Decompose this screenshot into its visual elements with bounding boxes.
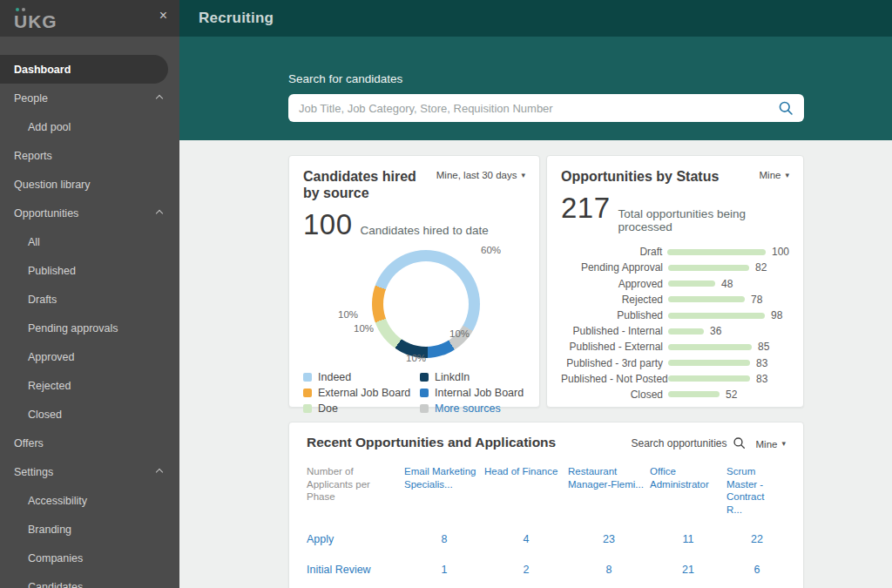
status-bar-chart: Draft100Pending Approval82Approved48Reje… (561, 244, 789, 402)
applicant-count-cell[interactable]: 8 (484, 585, 568, 588)
sidebar-item-candidates[interactable]: Candidates (0, 572, 179, 588)
sidebar-item-label: Accessibility (28, 495, 87, 507)
phase-row-label-assessment[interactable]: Assessment (307, 585, 404, 588)
legend-item-indeed: Indeed (303, 371, 420, 383)
sidebar-item-label: Pending approvals (28, 322, 118, 335)
bar-category-label: Rejected (561, 294, 663, 306)
sidebar-item-drafts[interactable]: Drafts (0, 285, 179, 314)
legend-item-external-job-board: External Job Board (303, 387, 420, 399)
sidebar-item-offers[interactable]: Offers (0, 429, 179, 457)
status-filter-dropdown[interactable]: Mine ▾ (760, 170, 789, 180)
donut-label-external-job-board: 10% (338, 309, 358, 320)
sidebar-item-people[interactable]: People (0, 84, 179, 112)
bar (668, 265, 749, 271)
chevron-down-icon: ▾ (781, 440, 786, 448)
candidates-hired-card: Candidates hired by source Mine, last 30… (288, 155, 540, 408)
bar-category-label: Draft (561, 246, 662, 258)
applicant-count-cell[interactable]: 6 (726, 554, 787, 585)
chevron-up-icon (156, 95, 163, 102)
legend-label: Internal Job Board (435, 387, 524, 399)
legend-item-internal-job-board: Internal Job Board (420, 387, 525, 399)
sidebar-item-label: Rejected (28, 380, 71, 392)
sidebar-item-branding[interactable]: Branding (0, 515, 179, 544)
status-total-value: 217 (561, 192, 611, 225)
bar-value: 83 (756, 357, 767, 369)
column-header-opportunity[interactable]: Head of Finance (484, 465, 568, 524)
legend-label: Doe (318, 402, 338, 415)
applicant-count-cell[interactable]: 8 (404, 524, 484, 554)
bar-category-label: Approved (561, 278, 663, 290)
sidebar-item-rejected[interactable]: Rejected (0, 371, 179, 400)
legend-item-more-sources[interactable]: More sources (420, 402, 525, 415)
sidebar-item-reports[interactable]: Reports (0, 141, 179, 170)
status-bar-row-published: Published98 (561, 308, 789, 323)
sidebar-item-dashboard[interactable]: Dashboard (0, 55, 168, 84)
sidebar-item-all[interactable]: All (0, 227, 179, 256)
column-header-opportunity[interactable]: Office Administrator (650, 465, 726, 524)
candidate-search-box[interactable] (288, 94, 804, 122)
donut-label-indeed: 60% (481, 245, 501, 255)
recent-filter-dropdown[interactable]: Mine ▾ (756, 439, 786, 449)
bar-value: 85 (758, 341, 769, 353)
legend-label: LinkdIn (435, 371, 470, 383)
applicant-count-cell[interactable]: 1 (404, 554, 484, 585)
bar-category-label: Published (561, 309, 663, 321)
applicant-count-cell[interactable]: 54 (568, 585, 650, 588)
chevron-up-icon (156, 210, 163, 217)
bar (668, 360, 750, 366)
applicant-count-cell[interactable]: 4 (484, 524, 568, 554)
page-title: Recruiting (199, 10, 274, 27)
sidebar: UKG × DashboardPeopleAdd poolReportsQues… (0, 0, 179, 588)
sidebar-item-approved[interactable]: Approved (0, 342, 179, 371)
column-header-opportunity[interactable]: Restaurant Manager-Flemi... (568, 465, 650, 524)
sidebar-item-companies[interactable]: Companies (0, 544, 179, 572)
sidebar-item-settings[interactable]: Settings (0, 457, 179, 486)
status-bar-row-published-3rd-party: Published - 3rd party83 (561, 355, 789, 371)
status-bar-row-published-external: Published - External85 (561, 339, 789, 355)
chevron-down-icon: ▾ (785, 172, 789, 179)
bar-category-label: Published - Internal (561, 325, 663, 337)
hired-filter-dropdown[interactable]: Mine, last 30 days ▾ (436, 170, 525, 180)
sidebar-item-accessibility[interactable]: Accessibility (0, 486, 179, 515)
status-bar-row-published-internal: Published - Internal36 (561, 323, 789, 339)
phase-row-label-initial-review[interactable]: Initial Review (307, 554, 404, 585)
sidebar-item-pending-approvals[interactable]: Pending approvals (0, 314, 179, 342)
applicant-count-cell[interactable]: 8 (650, 585, 726, 588)
search-opportunities-button[interactable]: Search opportunities (631, 436, 745, 449)
applicant-count-cell[interactable]: 8 (568, 554, 650, 585)
search-label: Search for candidates (288, 37, 804, 85)
column-header-opportunity[interactable]: Scrum Master - Contract R... (726, 465, 787, 524)
donut-chart (372, 250, 480, 358)
bar-category-label: Closed (561, 389, 663, 401)
sidebar-item-question-library[interactable]: Question library (0, 170, 179, 199)
sidebar-item-published[interactable]: Published (0, 256, 179, 285)
legend-item-doe: Doe (303, 402, 420, 415)
close-icon[interactable]: × (159, 9, 167, 23)
sidebar-item-label: Closed (28, 409, 62, 421)
applicant-count-cell[interactable]: 22 (726, 524, 787, 554)
legend-label: Indeed (318, 371, 351, 383)
applicant-count-cell[interactable]: 2 (484, 554, 568, 585)
search-icon[interactable] (778, 100, 794, 116)
bar-value: 83 (756, 373, 767, 385)
phase-row-label-apply[interactable]: Apply (307, 524, 404, 554)
applicant-count-cell[interactable]: 11 (650, 524, 726, 554)
applicant-count-cell[interactable]: 8 (404, 585, 484, 588)
status-bar-row-pending-approval: Pending Approval82 (561, 260, 789, 275)
column-header-opportunity[interactable]: Email Marketing Specialis... (404, 465, 484, 524)
sidebar-item-closed[interactable]: Closed (0, 400, 179, 429)
bar (668, 391, 720, 397)
bar-category-label: Published - External (561, 341, 663, 353)
applicant-count-cell[interactable]: 3 (726, 585, 787, 588)
sidebar-nav: DashboardPeopleAdd poolReportsQuestion l… (0, 37, 179, 588)
app-topbar: Recruiting (179, 0, 892, 37)
applicant-count-cell[interactable]: 21 (650, 554, 726, 585)
donut-legend: IndeedLinkdInExternal Job BoardInternal … (303, 371, 525, 415)
sidebar-item-add-pool[interactable]: Add pool (0, 112, 179, 141)
sidebar-item-opportunities[interactable]: Opportunities (0, 199, 179, 227)
candidate-search-input[interactable] (299, 102, 778, 115)
bar-value: 78 (751, 294, 762, 306)
applicant-count-cell[interactable]: 23 (568, 524, 650, 554)
sidebar-item-label: Candidates (28, 581, 83, 588)
legend-label[interactable]: More sources (435, 402, 501, 415)
